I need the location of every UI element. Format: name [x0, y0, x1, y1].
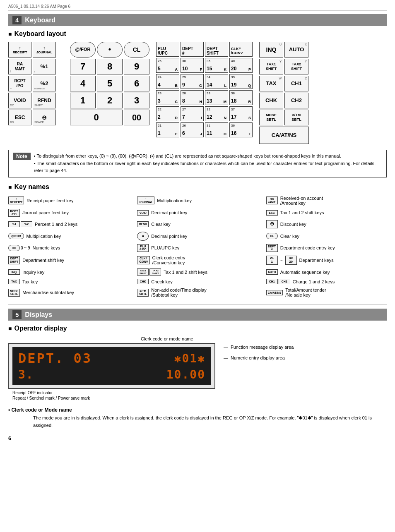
key-name-journal-label: Multiplication key [157, 198, 192, 203]
mini-key-tm: #/TMSBTL [137, 289, 149, 297]
key-tax1-shift[interactable]: TAX1SHIFTY [259, 59, 283, 74]
dept-key-11[interactable]: 31 11O [205, 122, 228, 137]
display-bottom-left: 3. [18, 368, 34, 381]
key-name-inq: INQ Inquiry key [8, 268, 129, 276]
key-9[interactable]: 9 [124, 59, 149, 74]
key-atfor[interactable]: @/FOR [70, 42, 96, 58]
key-chk[interactable]: CHK [259, 93, 283, 108]
mini-key-cl: CL [266, 233, 278, 239]
key-name-auto: AUTO Automatic sequence key [266, 268, 387, 276]
key-ch2[interactable]: CH2 [284, 93, 308, 108]
key-6[interactable]: 6 [124, 76, 149, 91]
key-name-ch12-label: Charge 1 and 2 keys [293, 279, 335, 284]
key-ra-amt[interactable]: RA/AMT I [8, 59, 31, 74]
key-name-esc-label: Tax 1 and 2 shift keys [280, 210, 324, 215]
key-tax[interactable]: TAXW [259, 76, 283, 91]
key-auto[interactable]: AUTOX [284, 42, 308, 58]
key-name-chk: CHK Check key [137, 278, 258, 285]
key-name-tax12-shift: TAX1SHIFT TAX2SHIFT Tax 1 and 2 shift ke… [137, 268, 258, 276]
key-name-decimal-label: Decimal point key [151, 234, 187, 239]
key-4[interactable]: 4 [70, 76, 96, 91]
dept-key-5[interactable]: 25 5A [156, 58, 179, 73]
dept-key-18[interactable]: 38 18R [229, 90, 253, 105]
mini-key-auto: AUTO [266, 269, 278, 275]
key-percent1[interactable]: %1 / [33, 59, 56, 74]
note-line-2: • The small characters on the bottom or … [34, 160, 382, 175]
dept-key-4[interactable]: 24 4B [156, 74, 179, 89]
key-esc[interactable]: ESC BS [8, 110, 31, 125]
mini-key-ch12: CH1CH2 [266, 279, 290, 284]
key-name-ch12: CH1CH2 Charge 1 and 2 keys [266, 278, 387, 285]
display-bottom-right: 10.00 [166, 368, 205, 381]
key-rcpt-po[interactable]: RCPT/PO − [8, 76, 31, 91]
mini-key-inq: INQ [8, 269, 20, 275]
mini-key-tax12: TAX1SHIFT TAX2SHIFT [137, 268, 161, 276]
key-ch1[interactable]: CH1Z [284, 76, 308, 91]
key-percent2[interactable]: %2 NUMBER [33, 76, 56, 91]
key-8[interactable]: 8 [97, 59, 123, 74]
key-inq[interactable]: INQU [259, 42, 283, 58]
mini-key-esc: ESC [266, 210, 278, 216]
key-clk-conv[interactable]: CLK#/CONV [229, 42, 253, 57]
dept-key-3[interactable]: 23 3C [156, 90, 179, 105]
key-plu-upc[interactable]: PLU/UPC [156, 42, 179, 57]
dept-key-14[interactable]: 34 14L [205, 74, 228, 89]
dept-key-9[interactable]: 29 9G [181, 74, 204, 89]
dept-key-2[interactable]: 22 2D [156, 106, 179, 121]
key-2[interactable]: 2 [97, 93, 123, 108]
key-journal[interactable]: ↑JOURNAL [33, 42, 56, 58]
key-ca-at-ns[interactable]: CA/AT/NS [259, 127, 309, 144]
key-0[interactable]: 0 [70, 110, 123, 125]
key-name-tm-sbtl: #/TMSBTL Non-add code/Time display/Subto… [137, 287, 258, 298]
dept-key-grid: PLU/UPC DEPT# DEPTSHIFT CLK#/CONV 25 5A [156, 42, 253, 137]
key-tm-sbtl[interactable]: #/TMSBTL [284, 110, 308, 125]
dept-key-1[interactable]: 21 1E [156, 122, 179, 137]
key-00[interactable]: 00 [124, 110, 149, 125]
key-5[interactable]: 5 [97, 76, 123, 91]
section5-number: 5 [12, 310, 22, 319]
key-name-tm-label: Non-add code/Time display/Subtotal key [151, 288, 207, 297]
dept-key-17[interactable]: 37 17S [229, 106, 253, 121]
clerk-mode-bullet-title: • Clerk code or Mode name [8, 407, 387, 413]
dept-key-8[interactable]: 28 8H [181, 90, 204, 105]
key-name-decimal: • Decimal point key [137, 231, 258, 242]
key-name-receipt-label: Receipt paper feed key [26, 198, 73, 203]
key-name-dept-range: 211 ~ 4020 Department keys [266, 254, 387, 266]
dept-key-16[interactable]: 36 16T [229, 122, 253, 137]
key-mdse-sbtl[interactable]: MDSESBTL [259, 110, 283, 125]
mini-key-rfnd: RFND [137, 221, 149, 227]
dept-key-15[interactable]: 35 15K [205, 58, 228, 73]
dept-key-7[interactable]: 27 7I [181, 106, 204, 121]
key-cl[interactable]: CL [124, 42, 149, 58]
mini-key-ca: CA/AT/NS [266, 290, 283, 295]
section5-header: 5 Displays [8, 309, 387, 321]
key-dept-shift[interactable]: DEPTSHIFT [205, 42, 228, 57]
key-dot[interactable]: • [97, 42, 123, 58]
key-name-tax-label: Tax key [22, 279, 38, 284]
mini-key-decimal: • [137, 232, 149, 241]
key-space[interactable]: ⊖ SPACE [33, 110, 56, 125]
key-name-numeric: 00 0 ~ 9 Numeric keys [8, 243, 129, 253]
key-name-dept-label: Department code entry key [280, 245, 335, 250]
key-dept-hash[interactable]: DEPT# [181, 42, 204, 57]
dept-key-12[interactable]: 32 12N [205, 106, 228, 121]
dept-key-13[interactable]: 33 13M [205, 90, 228, 105]
dept-key-20[interactable]: 40 20P [229, 58, 253, 73]
key-name-journal-feed: ↑JOURNAL Multiplication key [137, 195, 258, 206]
key-rfnd[interactable]: RFND SHIFT [33, 93, 56, 108]
key-tax2-shift[interactable]: TAX2SHIFTY [284, 59, 308, 74]
dept-key-6[interactable]: 26 6J [181, 122, 204, 137]
dept-key-19[interactable]: 39 19Q [229, 74, 253, 89]
key-3[interactable]: 3 [124, 93, 149, 108]
dept-key-10[interactable]: 30 10F [181, 58, 204, 73]
key-1[interactable]: 1 [70, 93, 96, 108]
key-receipt[interactable]: ↑RECEIPT [8, 42, 31, 58]
key-void[interactable]: VOID DC [8, 93, 31, 108]
key-7[interactable]: 7 [70, 59, 96, 74]
key-name-ra-amt: RA/AMT Received-on account/Amount key [266, 195, 387, 206]
mini-key-discount: ⊖ [266, 220, 278, 228]
key-name-rfnd: RFND Clear key [137, 219, 258, 229]
section5-title: Displays [25, 311, 52, 319]
section4-header: 4 Keyboard [8, 14, 387, 26]
key-name-cl: CL Clear key [266, 231, 387, 242]
